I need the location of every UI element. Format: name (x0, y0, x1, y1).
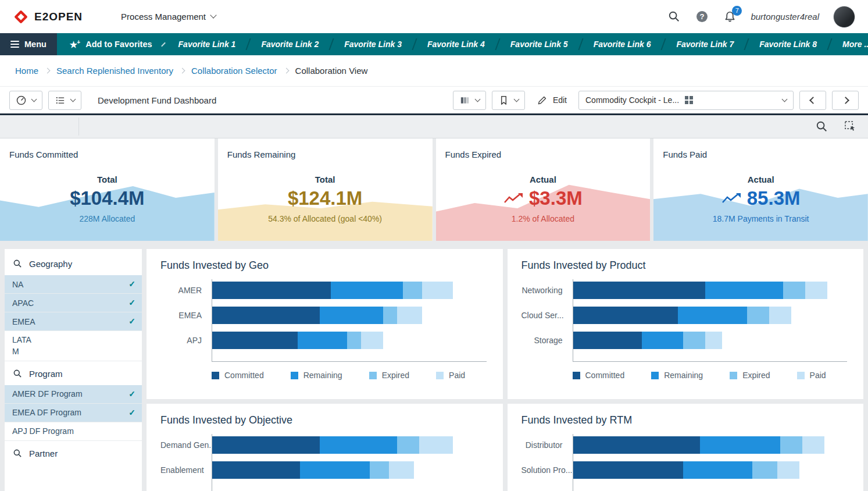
search-icon[interactable] (13, 259, 23, 269)
layout-dropdown[interactable] (453, 91, 486, 110)
bar-segment-paid[interactable] (419, 436, 452, 454)
filter-item[interactable]: EMEA DF Program✓ (5, 404, 142, 422)
bar-segment-paid[interactable] (769, 307, 791, 324)
breadcrumb-item[interactable]: Home (15, 66, 38, 76)
menu-button[interactable]: Menu (0, 33, 57, 55)
bar-segment-committed[interactable] (573, 307, 678, 324)
bar-segment-expired[interactable] (752, 461, 777, 479)
favorite-link[interactable]: Favorite Link 5 (498, 40, 580, 49)
favorite-link[interactable]: Favorite Link 3 (332, 40, 414, 49)
bar-segment-remaining[interactable] (300, 461, 369, 479)
marquee-select-icon[interactable] (844, 120, 856, 133)
legend-item[interactable]: Committed (212, 371, 264, 380)
bar-segment-expired[interactable] (370, 461, 389, 479)
bar-segment-committed[interactable] (573, 282, 706, 299)
favorite-link[interactable]: Favorite Link 8 (747, 40, 829, 49)
bar-segment-remaining[interactable] (320, 436, 397, 454)
favorite-link[interactable]: Favorite Link 6 (581, 40, 663, 49)
bar-segment-paid[interactable] (397, 307, 422, 324)
bar-segment-expired[interactable] (383, 307, 397, 324)
bar-segment-expired[interactable] (683, 332, 705, 349)
bar-segment-paid[interactable] (361, 332, 383, 349)
favorite-link[interactable]: Favorite Link 2 (249, 40, 331, 49)
legend-item[interactable]: Paid (436, 371, 465, 380)
stacked-bar[interactable] (573, 461, 850, 479)
bar-segment-committed[interactable] (212, 461, 300, 479)
chart-bar-row: Cloud Ser... (521, 307, 850, 324)
favorite-link[interactable]: Favorite Link 1 (166, 40, 248, 49)
stacked-bar[interactable] (212, 307, 489, 324)
bar-segment-remaining[interactable] (705, 282, 783, 299)
legend-item[interactable]: Paid (797, 371, 826, 380)
help-button[interactable]: ? (695, 10, 709, 24)
filter-item[interactable]: AMER DF Program✓ (5, 385, 142, 404)
bar-segment-paid[interactable] (389, 461, 414, 479)
filter-item[interactable]: NA✓ (5, 275, 142, 294)
e2open-logo[interactable]: E2OPEN (13, 9, 83, 25)
stacked-bar[interactable] (212, 282, 489, 299)
bar-segment-expired[interactable] (403, 282, 422, 299)
filter-item[interactable]: EMEA✓ (5, 312, 142, 331)
bookmark-dropdown[interactable] (492, 91, 525, 110)
bar-segment-remaining[interactable] (642, 332, 683, 349)
bar-segment-committed[interactable] (212, 332, 298, 349)
add-to-favorites-button[interactable]: ★+ Add to Favorites (57, 40, 160, 49)
filter-item[interactable]: APJ DF Program (5, 422, 142, 441)
stacked-bar[interactable] (212, 332, 489, 349)
breadcrumb-item[interactable]: Collaboration Selector (191, 66, 277, 76)
view-selector[interactable]: Commodity Cockpit - Le... (578, 91, 794, 110)
bar-segment-expired[interactable] (347, 332, 361, 349)
notifications-button[interactable]: 7 (723, 10, 737, 24)
next-button[interactable] (832, 91, 859, 110)
favorite-link[interactable]: Favorite Link 7 (664, 40, 746, 49)
bar-segment-committed[interactable] (212, 282, 331, 299)
global-search-button[interactable] (667, 10, 681, 24)
list-view-dropdown[interactable] (48, 91, 81, 110)
legend-item[interactable]: Expired (369, 371, 409, 380)
search-icon[interactable] (13, 369, 23, 379)
legend-item[interactable]: Remaining (291, 371, 342, 380)
bar-segment-remaining[interactable] (320, 307, 384, 324)
bar-segment-expired[interactable] (783, 282, 805, 299)
bar-segment-expired[interactable] (780, 436, 802, 454)
username[interactable]: burtonguster4real (751, 12, 819, 22)
legend-item[interactable]: Expired (730, 371, 770, 380)
favorite-link[interactable]: More ... (830, 40, 868, 49)
bar-segment-remaining[interactable] (683, 461, 752, 479)
legend-item[interactable]: Committed (573, 371, 625, 380)
bar-segment-remaining[interactable] (331, 282, 403, 299)
avatar[interactable] (833, 6, 855, 28)
stacked-bar[interactable] (573, 436, 850, 454)
stacked-bar[interactable] (212, 461, 489, 479)
filter-item[interactable]: LATAM (5, 331, 142, 361)
stacked-bar[interactable] (573, 282, 850, 299)
search-icon[interactable] (13, 449, 23, 458)
stacked-bar[interactable] (212, 436, 489, 454)
bar-segment-expired[interactable] (397, 436, 419, 454)
stacked-bar[interactable] (573, 332, 850, 349)
bar-segment-paid[interactable] (705, 332, 722, 349)
filter-item[interactable]: APAC✓ (5, 294, 142, 312)
stacked-bar[interactable] (573, 307, 850, 324)
previous-button[interactable] (799, 91, 826, 110)
breadcrumb-item[interactable]: Search Replenished Inventory (56, 66, 173, 76)
bar-segment-committed[interactable] (212, 307, 320, 324)
bar-segment-remaining[interactable] (700, 436, 780, 454)
legend-item[interactable]: Remaining (651, 371, 703, 380)
bar-segment-remaining[interactable] (298, 332, 348, 349)
edit-button[interactable]: Edit (531, 91, 573, 110)
zoom-search-icon[interactable] (816, 120, 828, 133)
bar-segment-committed[interactable] (212, 436, 320, 454)
product-menu[interactable]: Process Management (121, 12, 216, 22)
dashboard-mode-dropdown[interactable] (9, 91, 42, 110)
bar-segment-committed[interactable] (573, 436, 700, 454)
bar-segment-expired[interactable] (747, 307, 769, 324)
favorite-link[interactable]: Favorite Link 4 (415, 40, 497, 49)
bar-segment-committed[interactable] (573, 461, 684, 479)
bar-segment-committed[interactable] (573, 332, 642, 349)
bar-segment-paid[interactable] (805, 282, 827, 299)
bar-segment-paid[interactable] (777, 461, 799, 479)
bar-segment-paid[interactable] (802, 436, 824, 454)
bar-segment-remaining[interactable] (678, 307, 747, 324)
bar-segment-paid[interactable] (422, 282, 452, 299)
